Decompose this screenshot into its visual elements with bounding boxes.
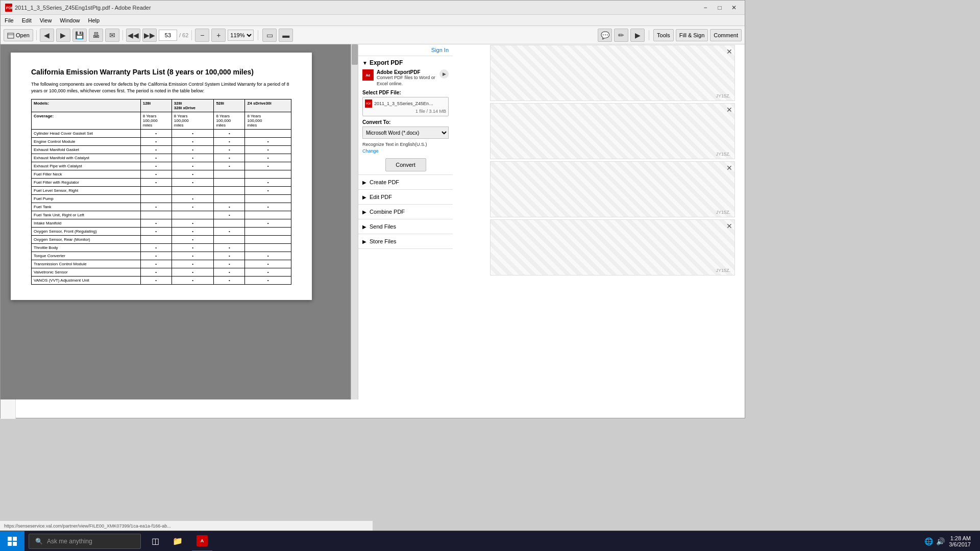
pdf-toolbar: Open ◀ ▶ 💾 🖶 ✉ ◀◀ ▶▶ / 62 − + 119% ▭ ▬ 💬… — [1, 26, 745, 44]
fill-sign-btn[interactable]: Fill & Sign — [676, 29, 708, 41]
menu-edit[interactable]: Edit — [22, 17, 32, 23]
close-button[interactable]: ✕ — [727, 3, 741, 12]
table-row: Fuel Pump• — [32, 195, 291, 203]
menu-window[interactable]: Window — [60, 17, 80, 23]
convert-button[interactable]: Convert — [385, 158, 426, 171]
coverage-label: Coverage: — [32, 112, 141, 130]
table-row: Exhaust Manifold with Catalyst•••• — [32, 154, 291, 162]
section-arrow-icon: ▶ — [362, 239, 366, 244]
file-explorer-btn[interactable]: 📁 — [167, 531, 188, 552]
first-page-btn[interactable]: ◀◀ — [126, 29, 140, 42]
next-tool-btn[interactable]: ▶ — [56, 29, 70, 42]
cell-z4: • — [245, 154, 291, 162]
part-name-cell: Fuel Pump — [32, 195, 141, 203]
cursor-btn[interactable]: ▶ — [630, 29, 645, 42]
part-name-cell: Fuel Filler Neck — [32, 170, 141, 179]
cell-528i: • — [214, 211, 245, 219]
taskbar: 🔍 Ask me anything ◫ 📁 A 🌐 🔊 1:28 AM 3/6/… — [0, 531, 980, 551]
comment-btn[interactable]: Comment — [710, 29, 742, 41]
panel-section-4[interactable]: ▶Store Files — [358, 234, 453, 249]
panel-section-3[interactable]: ▶Send Files — [358, 219, 453, 234]
table-row: Oxygen Sensor, Front (Regulating)••• — [32, 228, 291, 236]
change-link[interactable]: Change — [362, 148, 379, 154]
notif-close-1[interactable]: ✕ — [726, 47, 732, 56]
task-view-btn[interactable]: ◫ — [145, 531, 165, 552]
open-button[interactable]: Open — [4, 29, 33, 41]
cell-528i: • — [214, 146, 245, 154]
coverage-128i: 8 Years100,000miles — [140, 112, 172, 130]
cell-328i — [172, 187, 214, 195]
minimize-button[interactable]: − — [699, 3, 712, 12]
sign-in-link[interactable]: Sign In — [431, 47, 449, 53]
table-row: Oxygen Sensor, Rear (Monitor)• — [32, 236, 291, 244]
menu-file[interactable]: File — [5, 17, 14, 23]
volume-icon[interactable]: 🔊 — [936, 537, 945, 545]
last-page-btn[interactable]: ▶▶ — [142, 29, 157, 42]
fit-page-btn[interactable]: ▭ — [262, 29, 277, 42]
status-bar: https://senseservice.val.com/partner/vie… — [0, 520, 373, 531]
notif-close-2[interactable]: ✕ — [726, 106, 732, 114]
print-btn[interactable]: 🖶 — [89, 29, 103, 42]
cell-128i: • — [140, 268, 172, 277]
cell-528i: • — [214, 228, 245, 236]
notif-bg-3 — [491, 162, 734, 217]
comment-icon-btn[interactable]: 💬 — [598, 29, 612, 42]
export-pdf-section: ▼ Export PDF Ae Adobe ExportPDF Convert … — [358, 56, 453, 175]
zoom-selector[interactable]: 119% — [228, 30, 254, 41]
part-name-cell: VANOS (VVT) Adjustment Unit — [32, 277, 141, 285]
svg-rect-3 — [8, 537, 12, 541]
cell-128i: • — [140, 219, 172, 228]
section-label: Create PDF — [370, 179, 399, 185]
cell-328i: • — [172, 244, 214, 252]
save-btn[interactable]: 💾 — [72, 29, 87, 42]
export-arrow-icon: ▼ — [362, 60, 368, 66]
tools-tab-btn[interactable]: Tools — [653, 29, 674, 41]
svg-text:PDF: PDF — [6, 6, 13, 10]
cell-528i: • — [214, 277, 245, 285]
notif-label-4: JY15Z. — [716, 268, 730, 273]
panel-section-0[interactable]: ▶Create PDF — [358, 175, 453, 190]
page-separator: / 62 — [179, 32, 188, 38]
cell-128i: • — [140, 277, 172, 285]
maximize-button[interactable]: □ — [713, 3, 726, 12]
network-icon[interactable]: 🌐 — [924, 537, 933, 545]
col-z4: Z4 sDrive30i — [245, 99, 291, 112]
menu-help[interactable]: Help — [88, 17, 100, 23]
notif-close-4[interactable]: ✕ — [726, 222, 732, 230]
menu-view[interactable]: View — [40, 17, 52, 23]
notif-card-2: ✕ JY15Z. — [490, 103, 735, 159]
show-desktop-btn[interactable] — [973, 531, 976, 552]
zoom-in-btn[interactable]: + — [211, 29, 226, 42]
search-icon: 🔍 — [35, 538, 43, 545]
search-placeholder: Ask me anything — [47, 538, 92, 545]
table-row: Engine Control Module•••• — [32, 138, 291, 146]
panel-section-1[interactable]: ▶Edit PDF — [358, 190, 453, 205]
pdf-file-selector[interactable]: PDF 2011_1_3_5Series_Z45Eng1st... 1 file… — [362, 97, 449, 116]
adobe-link-btn[interactable]: ▶ — [439, 69, 449, 79]
cell-528i: • — [214, 154, 245, 162]
cell-z4 — [245, 195, 291, 203]
export-pdf-header: ▼ Export PDF — [362, 59, 449, 66]
convert-to-select[interactable]: Microsoft Word (*.docx) — [362, 127, 449, 139]
warranty-table: Models: 128i 328i328i xDrive 528i Z4 sDr… — [31, 99, 291, 285]
page-number-input[interactable] — [159, 30, 177, 41]
pdf-scrollbar[interactable] — [351, 44, 358, 399]
cell-328i: • — [172, 162, 214, 170]
fit-width-btn[interactable]: ▬ — [279, 29, 293, 42]
adobe-taskbar-icon[interactable]: A — [192, 531, 212, 552]
part-name-cell: Exhaust Pipe with Catalyst — [32, 162, 141, 170]
cell-528i: • — [214, 138, 245, 146]
prev-tool-btn[interactable]: ◀ — [40, 29, 54, 42]
notif-close-3[interactable]: ✕ — [726, 164, 732, 172]
adobe-icon-badge: A — [197, 535, 208, 546]
panel-section-2[interactable]: ▶Combine PDF — [358, 205, 453, 219]
cell-328i: • — [172, 138, 214, 146]
part-name-cell: Oxygen Sensor, Rear (Monitor) — [32, 236, 141, 244]
clock-display[interactable]: 1:28 AM 3/6/2017 — [949, 535, 971, 547]
email-btn[interactable]: ✉ — [105, 29, 119, 42]
highlight-btn[interactable]: ✏ — [614, 29, 628, 42]
taskbar-search-box[interactable]: 🔍 Ask me anything — [29, 534, 141, 549]
cell-128i — [140, 236, 172, 244]
zoom-out-btn[interactable]: − — [195, 29, 209, 42]
start-button[interactable] — [0, 531, 24, 552]
